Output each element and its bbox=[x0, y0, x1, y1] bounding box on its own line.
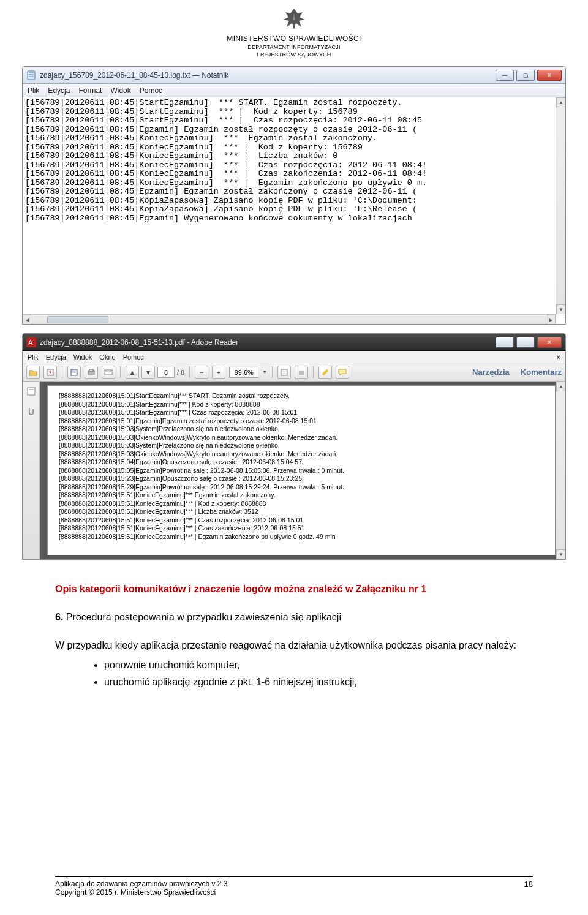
zoom-input[interactable] bbox=[229, 367, 258, 378]
attachments-icon[interactable] bbox=[26, 406, 36, 418]
tool-2-icon[interactable] bbox=[295, 366, 308, 379]
notepad-icon bbox=[26, 70, 36, 80]
save-icon[interactable] bbox=[67, 366, 81, 379]
adobe-reader-window: A zdajacy_8888888_2012-06-08_15-51-13.pd… bbox=[22, 333, 566, 560]
pdf-client: [8888888|20120608|15:01|StartEgzaminu]**… bbox=[23, 382, 565, 559]
print-icon[interactable] bbox=[85, 366, 98, 379]
close-button[interactable]: ✕ bbox=[537, 70, 562, 81]
scroll-up-button[interactable]: ▲ bbox=[556, 97, 565, 107]
svg-rect-9 bbox=[281, 369, 287, 375]
pdf-menu-view[interactable]: Widok bbox=[74, 353, 92, 361]
pdf-maximize-button[interactable]: ▢ bbox=[516, 337, 535, 348]
zoom-out-icon[interactable]: − bbox=[195, 366, 208, 379]
email-icon[interactable] bbox=[102, 366, 115, 379]
section-title: Procedura postępowania w przypadku zawie… bbox=[66, 612, 341, 622]
footer-line-2: Copyright © 2015 r. Ministerstwo Sprawie… bbox=[55, 888, 227, 897]
svg-rect-5 bbox=[72, 373, 76, 375]
footer-line-1: Aplikacja do zdawania egzaminów prawnicz… bbox=[55, 879, 227, 888]
svg-rect-11 bbox=[29, 389, 34, 390]
notepad-menubar: PPliklik Edycja Format Widok Pomoc bbox=[23, 84, 565, 97]
open-file-icon[interactable] bbox=[26, 366, 40, 379]
pdf-secondary-close-button[interactable]: × bbox=[557, 353, 560, 361]
page-footer: Aplikacja do zdawania egzaminów prawnicz… bbox=[55, 876, 533, 897]
section-number: 6. bbox=[55, 612, 63, 622]
tools-tab[interactable]: Narzędzia bbox=[472, 367, 510, 377]
pdf-menu-file[interactable]: Plik bbox=[28, 353, 39, 361]
bullet-list: ponownie uruchomić komputer, uruchomić a… bbox=[80, 658, 533, 690]
comment-icon[interactable] bbox=[336, 366, 349, 379]
pdf-minimize-button[interactable]: — bbox=[496, 337, 514, 348]
page-number: 18 bbox=[524, 879, 533, 897]
scroll-down-button[interactable]: ▼ bbox=[556, 304, 565, 314]
thumbnails-icon[interactable] bbox=[26, 386, 36, 399]
notepad-window: zdajacy_156789_2012-06-11_08-45-10.log.t… bbox=[22, 66, 566, 325]
document-body: Opis kategorii komunikatów i znaczenie l… bbox=[55, 582, 533, 690]
notepad-title: zdajacy_156789_2012-06-11_08-45-10.log.t… bbox=[40, 71, 228, 80]
svg-rect-10 bbox=[28, 388, 35, 395]
pdf-page-view[interactable]: [8888888|20120608|15:01|StartEgzaminu]**… bbox=[47, 385, 556, 555]
page-down-icon[interactable]: ▼ bbox=[141, 366, 155, 379]
menu-view[interactable]: Widok bbox=[110, 86, 130, 95]
pdf-scroll-up-button[interactable]: ▲ bbox=[556, 382, 565, 391]
notepad-titlebar[interactable]: zdajacy_156789_2012-06-11_08-45-10.log.t… bbox=[23, 67, 565, 84]
menu-edit[interactable]: Edycja bbox=[48, 86, 70, 95]
notepad-client[interactable]: [156789|20120611|08:45|StartEgzaminu] **… bbox=[23, 97, 565, 324]
figure-caption: Opis kategorii komunikatów i znaczenie l… bbox=[55, 582, 533, 597]
page-total: / 8 bbox=[177, 369, 184, 376]
pdf-menubar: Plik Edycja Widok Okno Pomoc × bbox=[23, 351, 565, 363]
svg-text:A: A bbox=[28, 339, 33, 346]
national-emblem-icon bbox=[0, 6, 588, 32]
pdf-menu-window[interactable]: Okno bbox=[99, 353, 115, 361]
pdf-text-content: [8888888|20120608|15:01|StartEgzaminu]**… bbox=[59, 392, 544, 541]
page-up-icon[interactable]: ▲ bbox=[126, 366, 139, 379]
section-paragraph: W przypadku kiedy aplikacja przestanie r… bbox=[55, 638, 533, 653]
ministry-name: MINISTERSTWO SPRAWIEDLIWOŚCI bbox=[0, 34, 588, 43]
department-line-1: DEPARTAMENT INFORMATYZACJI bbox=[0, 44, 588, 50]
horizontal-scrollbar[interactable]: ◀ ▶ bbox=[23, 314, 556, 324]
bullet-item-2: uruchomić aplikację zgodnie z pkt. 1-6 n… bbox=[104, 675, 533, 690]
comment-tab[interactable]: Komentarz bbox=[521, 367, 562, 377]
pdf-scroll-down-button[interactable]: ▼ bbox=[556, 549, 565, 559]
menu-help[interactable]: Pomoc bbox=[140, 86, 162, 95]
scroll-thumb[interactable] bbox=[47, 316, 108, 323]
vertical-scrollbar[interactable]: ▲ ▼ bbox=[556, 97, 565, 314]
svg-rect-7 bbox=[89, 369, 93, 371]
menu-format[interactable]: Format bbox=[78, 86, 102, 95]
menu-file[interactable]: PPliklik bbox=[28, 86, 39, 95]
svg-rect-0 bbox=[28, 71, 35, 80]
pdf-toolbar: ▲ ▼ / 8 − + ▼ Narzędzia Komentarz bbox=[23, 363, 565, 382]
pdf-title: zdajacy_8888888_2012-06-08_15-51-13.pdf … bbox=[40, 338, 238, 347]
page-header: MINISTERSTWO SPRAWIEDLIWOŚCI DEPARTAMENT… bbox=[0, 0, 588, 58]
pdf-menu-help[interactable]: Pomoc bbox=[123, 353, 144, 361]
scroll-right-button[interactable]: ▶ bbox=[546, 315, 556, 324]
pdf-titlebar[interactable]: A zdajacy_8888888_2012-06-08_15-51-13.pd… bbox=[23, 334, 565, 351]
zoom-in-icon[interactable]: + bbox=[212, 366, 225, 379]
pdf-menu-edit[interactable]: Edycja bbox=[46, 353, 66, 361]
pdf-side-rail bbox=[23, 382, 40, 559]
zoom-dropdown-icon[interactable]: ▼ bbox=[262, 369, 267, 375]
page-number-input[interactable] bbox=[157, 367, 175, 378]
export-pdf-icon[interactable] bbox=[43, 366, 57, 379]
pdf-close-button[interactable]: ✕ bbox=[537, 337, 562, 348]
scroll-left-button[interactable]: ◀ bbox=[23, 315, 32, 324]
tool-1-icon[interactable] bbox=[277, 366, 291, 379]
minimize-button[interactable]: — bbox=[496, 70, 514, 81]
adobe-reader-icon: A bbox=[26, 337, 36, 347]
maximize-button[interactable]: ▢ bbox=[516, 70, 535, 81]
bullet-item-1: ponownie uruchomić komputer, bbox=[104, 658, 533, 672]
pdf-vertical-scrollbar[interactable]: ▲ ▼ bbox=[556, 382, 565, 559]
department-line-2: I REJESTRÓW SĄDOWYCH bbox=[0, 51, 588, 58]
notepad-text-content[interactable]: [156789|20120611|08:45|StartEgzaminu] **… bbox=[23, 97, 565, 224]
highlight-icon[interactable] bbox=[318, 366, 332, 379]
